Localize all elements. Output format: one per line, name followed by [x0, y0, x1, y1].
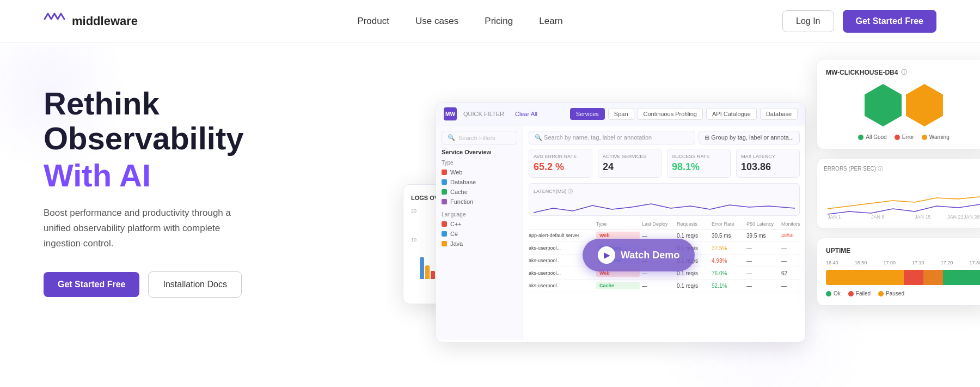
header: middleware Product Use cases Pricing Lea… [0, 0, 980, 43]
language-label: Language [442, 211, 517, 217]
dashboard-logo: MW [444, 107, 457, 120]
y-label-10: 10 [411, 237, 416, 243]
time-1710: 17:10 [912, 260, 924, 265]
svg-text:JAN 15: JAN 15 [915, 214, 931, 220]
errors-svg: JAN 1 JAN 8 JAN 15 JAN 21 JAN 28 [824, 176, 980, 220]
main-nav: Product Use cases Pricing Learn [357, 16, 562, 27]
legend-warning: Warning [922, 134, 950, 140]
time-1640: 16:40 [826, 260, 838, 265]
tab-database[interactable]: Database [760, 108, 798, 120]
legend-all-good: All Good [858, 134, 886, 140]
login-button[interactable]: Log In [782, 10, 834, 32]
tab-span[interactable]: Span [608, 108, 634, 120]
time-1700: 17:00 [883, 260, 896, 265]
svg-text:JAN 21: JAN 21 [947, 214, 964, 220]
filter-function[interactable]: Function [442, 198, 517, 205]
time-1720: 17:20 [941, 260, 953, 265]
uptime-bar [826, 270, 980, 285]
hero-title-ai: With AI [44, 158, 272, 193]
dashboard-main-panel: MW QUICK FILTER Clear All Services Span … [436, 102, 806, 342]
type-label: Type [442, 160, 517, 166]
max-latency-value: 103.86 [741, 161, 795, 173]
latency-chart: LATENCY(MS) ⓘ [529, 183, 800, 216]
legend-ok: Ok [826, 291, 841, 297]
tab-api[interactable]: API Catalogue [706, 108, 757, 120]
hero-buttons: Get Started Free Installation Docs [44, 271, 272, 298]
success-rate-label: SUCCESS RATE [672, 154, 726, 159]
success-rate-value: 98.1% [672, 161, 726, 173]
filter-cpp[interactable]: C++ [442, 221, 517, 227]
group-by-selector[interactable]: ⊞ Group by tag, label or annota... [699, 131, 800, 144]
legend-dot-red [895, 135, 900, 140]
watch-demo-button[interactable]: ▶ Watch Demo [583, 239, 695, 271]
latency-svg [534, 197, 795, 217]
hero-title-line1: Rethink Observability [44, 86, 272, 156]
stat-avg-error: AVG ERROR RATE 65.2 % [529, 149, 592, 178]
filter-java[interactable]: Java [442, 240, 517, 247]
filter-web[interactable]: Web [442, 169, 517, 176]
legend-failed: Failed [848, 291, 871, 297]
logo[interactable]: middleware [44, 11, 138, 31]
search-bar-row: 🔍 Search by name, tag, label or annotati… [529, 131, 800, 144]
hex-orange [906, 84, 943, 126]
dashboard-sidebar: 🔍 Search Filters Service Overview Type W… [436, 125, 523, 340]
search-filters[interactable]: 🔍 Search Filters [442, 131, 517, 144]
tab-profiling[interactable]: Continuous Profiling [638, 108, 703, 120]
y-label-20: 20 [411, 208, 416, 214]
stat-success-rate: SUCCESS RATE 98.1% [667, 149, 731, 178]
nav-pricing[interactable]: Pricing [485, 16, 513, 27]
logo-text: middleware [72, 14, 138, 28]
info-icon: ⓘ [901, 68, 907, 76]
seg-failed [904, 270, 923, 285]
svg-text:JAN 28: JAN 28 [964, 214, 980, 220]
right-panels: MW-CLICKHOUSE-DB4 ⓘ All Good Error [817, 59, 980, 306]
clickhouse-panel: MW-CLICKHOUSE-DB4 ⓘ All Good Error [817, 59, 980, 149]
hero-cta-primary[interactable]: Get Started Free [44, 272, 139, 297]
header-actions: Log In Get Started Free [782, 10, 936, 33]
uptime-panel: UPTIME 16:40 16:50 17:00 17:10 17:20 17:… [817, 238, 980, 306]
latency-label: LATENCY(MS) ⓘ [534, 188, 795, 195]
filter-cache[interactable]: Cache [442, 189, 517, 195]
legend-paused: Paused [878, 291, 904, 297]
legend-dot-orange [922, 135, 927, 140]
time-1730: 17:30 [969, 260, 980, 265]
stat-max-latency: MAX LATENCY 103.86 [736, 149, 800, 178]
quick-filter-label: QUICK FILTER [463, 111, 504, 117]
name-search-input[interactable]: 🔍 Search by name, tag, label or annotati… [529, 131, 695, 144]
active-services-label: ACTIVE SERVICES [603, 154, 657, 159]
filter-csharp[interactable]: C# [442, 231, 517, 237]
table-row: aks-userpool... Cache — 0.1 req/s 92.1% … [529, 280, 800, 292]
ok-dot [826, 291, 831, 297]
tab-services[interactable]: Services [570, 108, 605, 120]
dashboard-tabs: Services Span Continuous Profiling API C… [570, 108, 798, 120]
dashboard-body: 🔍 Search Filters Service Overview Type W… [436, 125, 805, 340]
legend-dot-green [858, 135, 863, 140]
nav-product[interactable]: Product [357, 16, 389, 27]
filter-database[interactable]: Database [442, 179, 517, 185]
stat-active-services: ACTIVE SERVICES 24 [598, 149, 661, 178]
get-started-button[interactable]: Get Started Free [843, 10, 936, 33]
stats-row: AVG ERROR RATE 65.2 % ACTIVE SERVICES 24… [529, 149, 800, 178]
search-icon: 🔍 [448, 134, 455, 141]
uptime-title: UPTIME [826, 247, 980, 255]
active-services-value: 24 [603, 161, 657, 173]
avg-error-label: AVG ERROR RATE [534, 154, 587, 159]
service-overview-title: Service Overview [442, 149, 517, 155]
errors-chart-panel: ERRORS (PER SEC) ⓘ JAN 1 JAN 8 JAN 15 JA… [817, 158, 980, 229]
legend-error: Error [895, 134, 914, 140]
avg-error-value: 65.2 % [534, 161, 587, 173]
uptime-time-labels: 16:40 16:50 17:00 17:10 17:20 17:30 [826, 260, 980, 265]
nav-use-cases[interactable]: Use cases [415, 16, 458, 27]
hero-section: Rethink Observability With AI Boost perf… [0, 43, 980, 387]
failed-dot [848, 291, 854, 297]
dashboard-content: 🔍 Search by name, tag, label or annotati… [523, 125, 805, 340]
seg-paused [943, 270, 981, 285]
clear-all-label[interactable]: Clear All [515, 111, 537, 117]
dashboard-area: LOGS OVER TIME ⓘ ⤢ ⋯ 20 10 [403, 59, 980, 387]
nav-learn[interactable]: Learn [539, 16, 562, 27]
svg-text:JAN 1: JAN 1 [828, 214, 841, 220]
dashboard-header: MW QUICK FILTER Clear All Services Span … [436, 103, 805, 125]
hero-cta-secondary[interactable]: Installation Docs [148, 271, 241, 298]
max-latency-label: MAX LATENCY [741, 154, 795, 159]
play-icon: ▶ [598, 246, 615, 264]
